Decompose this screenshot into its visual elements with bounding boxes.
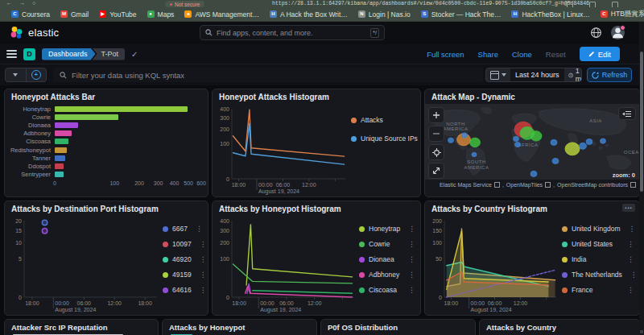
legend-options-icon[interactable]: ⋮ (404, 271, 415, 278)
legend-options-icon[interactable]: ⋮ (404, 241, 415, 247)
breadcrumb-dashboards[interactable]: Dashboards (42, 48, 96, 60)
legend-item[interactable]: 6667⋮ (163, 225, 203, 233)
attribution-link[interactable]: OpenMapTiles (506, 182, 543, 188)
legend-dot (562, 242, 568, 247)
browser-profile-icon[interactable] (589, 2, 596, 7)
bar-honeytrap[interactable] (55, 106, 188, 112)
time-range-value[interactable]: Last 24 hours (510, 68, 564, 81)
bookmark-item[interactable]: CCoursera (11, 10, 50, 19)
kql-placeholder: Filter your data using KQL syntax (72, 71, 184, 80)
scrollbar-down-arrow[interactable] (640, 330, 643, 333)
legend-options-icon[interactable]: ⋮ (404, 287, 415, 293)
chart-legend: Honeytrap⋮Cowrie⋮Dionaea⋮Adbhoney⋮Ciscoa… (357, 215, 420, 314)
bar-ddospot[interactable] (55, 163, 64, 169)
bar-dionaea[interactable] (55, 122, 78, 128)
date-picker-button[interactable] (486, 68, 510, 81)
legend-options-icon[interactable]: ⋮ (192, 225, 203, 232)
reload-icon[interactable]: ○ (32, 0, 35, 7)
legend-options-icon[interactable]: ⋮ (624, 225, 635, 232)
bar-adbhoney[interactable] (55, 130, 72, 136)
user-avatar[interactable] (611, 26, 625, 39)
hamburger-menu-icon[interactable] (6, 50, 17, 58)
legend-item[interactable]: 49159⋮ (163, 271, 203, 279)
legend-options-icon[interactable]: ⋮ (404, 225, 415, 232)
map-fit-bounds-icon[interactable] (428, 144, 444, 160)
legend-item[interactable]: India⋮ (562, 255, 634, 263)
axis-tick-label: 600 (196, 180, 206, 186)
saved-query-menu-button[interactable] (6, 68, 26, 81)
legend-options-icon[interactable]: ⋮ (196, 271, 207, 278)
url-text[interactable]: https://28.13.1.1:64297/kibana/app/dashb… (272, 0, 589, 7)
bookmark-item[interactable]: aAWS Management… (184, 10, 259, 19)
page-scrollbar[interactable] (639, 22, 644, 335)
elastic-brand[interactable]: elastic (10, 26, 59, 39)
clone-button[interactable]: Clone (512, 50, 532, 59)
map-zoom-out-button[interactable] (428, 126, 444, 142)
legend-item[interactable]: 64616⋮ (163, 286, 203, 294)
legend-options-icon[interactable]: ⋮ (404, 256, 415, 263)
legend-item[interactable]: Honeytrap⋮ (359, 225, 415, 233)
help-globe-icon[interactable] (590, 27, 602, 42)
legend-label: United States (572, 240, 613, 248)
legend-item[interactable]: Dionaea⋮ (359, 255, 415, 263)
bar-ciscoasa[interactable] (55, 139, 68, 144)
legend-item[interactable]: France⋮ (562, 286, 634, 294)
bookmark-item[interactable]: SStocker — Hack The… (421, 10, 502, 19)
attribution-link[interactable]: Elastic Maps Service (440, 182, 492, 188)
legend-item[interactable]: United States⋮ (562, 240, 634, 248)
legend-item[interactable]: Ciscoasa⋮ (359, 286, 415, 294)
add-filter-button[interactable]: + (26, 68, 47, 81)
legend-options-icon[interactable]: ⋮ (196, 287, 207, 293)
forward-icon[interactable]: → (19, 0, 25, 7)
legend-options-icon[interactable]: ⋮ (626, 271, 638, 278)
scrollbar-thumb[interactable] (640, 52, 643, 192)
legend-item[interactable]: The Netherlands⋮ (562, 271, 634, 279)
bookmark-item[interactable]: NLogin | Nas.io (358, 10, 411, 19)
legend-item[interactable]: 10097⋮ (163, 240, 203, 248)
svg-text:06:00: 06:00 (488, 300, 502, 306)
extension-icon[interactable] (567, 2, 573, 7)
legend-options-icon[interactable]: ⋮ (623, 241, 634, 247)
site-security-pill[interactable]: Not secure (165, 1, 204, 7)
bookmark-item[interactable]: CHTB懸賞系列-jet.co… (601, 10, 644, 19)
global-search-input[interactable]: Find apps, content, and more. */ (200, 25, 385, 40)
bar-category-label: Sentrypeer (10, 171, 55, 178)
map-zoom-in-button[interactable] (428, 107, 444, 123)
legend-options-icon[interactable]: ⋮ (623, 256, 634, 263)
legend-item[interactable]: Unique Source IPs (351, 134, 415, 143)
share-button[interactable]: Share (478, 50, 498, 59)
back-icon[interactable]: ← (6, 0, 12, 7)
bar-cowrie[interactable] (55, 114, 118, 120)
browser-menu-icon[interactable] (612, 2, 618, 7)
attack-map[interactable]: NORTHAMERICASOUTHAMERICAAFRICAASIAOCEANI… (425, 104, 639, 180)
kql-filter-input[interactable]: Filter your data using KQL syntax (53, 68, 483, 82)
bar-sentrypeer[interactable] (55, 172, 64, 177)
full-screen-button[interactable]: Full screen (427, 50, 464, 59)
refresh-button[interactable]: Refresh (587, 68, 632, 82)
legend-options-icon[interactable]: ⋮ (623, 287, 634, 293)
bookmark-item[interactable]: HHackTheBox | Linux… (511, 10, 589, 19)
legend-item[interactable]: United Kingdom⋮ (562, 225, 634, 233)
refresh-interval-button[interactable]: 1 m (564, 68, 582, 81)
map-legend-toggle-icon[interactable] (618, 107, 636, 120)
legend-item[interactable]: 46920⋮ (163, 255, 203, 263)
bookmark-item[interactable]: ●Maps (147, 10, 175, 19)
map-expand-icon[interactable] (428, 163, 444, 179)
bar-track (55, 139, 201, 144)
legend-options-icon[interactable]: ⋮ (196, 241, 207, 247)
dashboard-app-icon[interactable]: D (23, 48, 35, 60)
bar-tanner[interactable] (55, 155, 65, 161)
attribution-link[interactable]: OpenStreetMap contributors (557, 182, 628, 188)
bookmark-item[interactable]: MGmail (60, 10, 89, 19)
time-picker: Last 24 hours 1 m (485, 68, 582, 82)
legend-item[interactable]: Adbhoney⋮ (359, 271, 415, 279)
legend-item[interactable]: Attacks (351, 116, 415, 124)
map-attribution[interactable]: Elastic Maps Service,OpenMapTiles,OpenSt… (425, 180, 639, 189)
legend-options-icon[interactable]: ⋮ (196, 256, 207, 263)
bookmark-item[interactable]: HA Hack the Box Writ… (270, 10, 348, 19)
edit-button[interactable]: Edit (580, 47, 620, 61)
bar-redishoneypot[interactable] (55, 147, 67, 153)
bookmark-item[interactable]: ▶YouTube (99, 10, 136, 19)
panel-options-icon[interactable]: ••• (622, 204, 635, 212)
legend-item[interactable]: Cowrie⋮ (359, 240, 415, 248)
